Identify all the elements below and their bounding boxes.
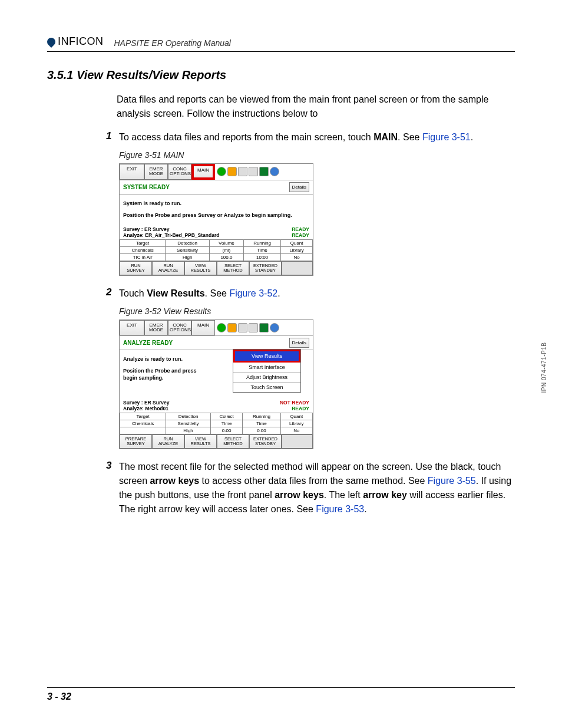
table-row: TIC in Air High 100.0 10:00 No xyxy=(120,253,313,261)
panel2-topbar: EXIT EMER MODE CONC OPTIONS MAIN xyxy=(120,320,313,336)
logo-mark-icon xyxy=(45,36,57,48)
step-1-text: To access data files and reports from th… xyxy=(119,130,473,144)
panel1-bottom-buttons: RUN SURVEY RUN ANALYZE VIEW RESULTS SELE… xyxy=(120,261,313,275)
exit-button[interactable]: EXIT xyxy=(120,320,144,336)
button-spacer xyxy=(282,261,313,275)
step-1: 1 To access data files and reports from … xyxy=(106,130,515,144)
dropdown-touch-screen[interactable]: Touch Screen xyxy=(233,383,300,392)
side-ipn-label: IPN 074-471-P1B xyxy=(541,342,548,393)
alert-icon xyxy=(259,323,269,332)
run-analyze-button[interactable]: RUN ANALYZE xyxy=(152,261,184,275)
panel2-status-row: ANALYZE READY Details xyxy=(120,335,313,350)
panel1-grid: Target Detection Volume Running Quant Ch… xyxy=(120,239,313,261)
run-analyze-button[interactable]: RUN ANALYZE xyxy=(152,434,184,449)
section-number: 3.5.1 xyxy=(47,68,73,81)
view-results-button[interactable]: VIEW RESULTS xyxy=(184,434,217,449)
brand-logo: INFICON xyxy=(47,35,104,48)
figure-3-51-panel: EXIT EMER MODE CONC OPTIONS MAIN SYSTEM … xyxy=(119,163,313,276)
extended-standby-button[interactable]: EXTENDED STANDBY xyxy=(249,261,282,275)
panel1-topbar: EXIT EMER MODE CONC OPTIONS MAIN xyxy=(120,164,313,180)
section-heading: 3.5.1 View Results/View Reports xyxy=(47,68,515,82)
panel1-survey-block: Survey : ER SurveyREADY Analyze: ER_Air_… xyxy=(120,226,313,239)
panel1-msg2: Position the Probe and press Survey or A… xyxy=(123,212,309,218)
figure-3-51-caption: Figure 3-51 MAIN xyxy=(119,150,515,160)
link-figure-3-53[interactable]: Figure 3-53 xyxy=(316,504,364,514)
extended-standby-button[interactable]: EXTENDED STANDBY xyxy=(249,434,282,449)
link-figure-3-51[interactable]: Figure 3-51 xyxy=(422,132,471,142)
globe-icon xyxy=(270,323,279,332)
emer-mode-button[interactable]: EMER MODE xyxy=(144,320,168,336)
info-icon[interactable] xyxy=(227,167,237,176)
table-row: Chemicals Sensitivity Time Time Library xyxy=(120,420,313,427)
help-icon[interactable] xyxy=(217,167,226,176)
panel2-grid: Target Detection Collect Running Quant C… xyxy=(120,413,313,434)
section-title: View Results/View Reports xyxy=(77,68,226,81)
analyze-ready-label: ANALYZE READY xyxy=(123,340,173,346)
panel1-msg1: System is ready to run. xyxy=(123,200,309,206)
details-button[interactable]: Details xyxy=(289,182,309,192)
prepare-survey-button[interactable]: PREPARE SURVEY xyxy=(120,434,152,449)
status-icon xyxy=(249,323,258,332)
step-number: 2 xyxy=(106,286,119,301)
panel2-survey-block: Survey : ER SurveyNOT READY Analyze: Met… xyxy=(120,400,313,413)
panel1-body: System is ready to run. Position the Pro… xyxy=(120,195,313,226)
table-row: Chemicals Sensitivity (ml) Time Library xyxy=(120,246,313,253)
exit-button[interactable]: EXIT xyxy=(120,164,144,180)
details-button[interactable]: Details xyxy=(289,338,309,348)
button-spacer xyxy=(282,434,313,449)
page-header: INFICON HAPSITE ER Operating Manual xyxy=(47,35,515,52)
step-3-text: The most recent file for the selected me… xyxy=(119,460,515,516)
panel2-bottom-buttons: PREPARE SURVEY RUN ANALYZE VIEW RESULTS … xyxy=(120,434,313,449)
step-number: 3 xyxy=(106,460,119,516)
run-survey-button[interactable]: RUN SURVEY xyxy=(120,261,152,275)
step-2: 2 Touch View Results. See Figure 3-52. xyxy=(106,286,515,301)
brand-name: INFICON xyxy=(58,35,104,48)
table-row: Target Detection Volume Running Quant xyxy=(120,239,313,246)
select-method-button[interactable]: SELECT METHOD xyxy=(217,434,249,449)
page-footer: 3 - 32 xyxy=(47,687,515,702)
panel1-status-row: SYSTEM READY Details xyxy=(120,180,313,195)
link-figure-3-55[interactable]: Figure 3-55 xyxy=(428,476,476,486)
main-button[interactable]: MAIN xyxy=(191,320,215,336)
topbar-icons xyxy=(215,320,313,336)
help-icon[interactable] xyxy=(217,323,226,332)
dropdown-view-results[interactable]: View Results xyxy=(233,350,300,363)
battery-icon xyxy=(238,167,247,176)
table-row: Target Detection Collect Running Quant xyxy=(120,413,313,420)
main-dropdown: View Results Smart Interface Adjust Brig… xyxy=(233,349,301,393)
figure-3-52-panel: EXIT EMER MODE CONC OPTIONS MAIN ANALYZE… xyxy=(119,319,313,450)
topbar-icons xyxy=(215,164,313,180)
view-results-button[interactable]: VIEW RESULTS xyxy=(184,261,217,275)
link-figure-3-52[interactable]: Figure 3-52 xyxy=(229,288,277,298)
step-2-text: Touch View Results. See Figure 3-52. xyxy=(119,286,280,301)
info-icon[interactable] xyxy=(227,323,237,332)
conc-options-button[interactable]: CONC OPTIONS xyxy=(168,164,191,180)
step-3: 3 The most recent file for the selected … xyxy=(106,460,515,516)
panel2-body: View Results Smart Interface Adjust Brig… xyxy=(120,350,313,400)
figure-3-52-caption: Figure 3-52 View Results xyxy=(119,307,515,316)
globe-icon xyxy=(270,167,279,176)
step-number: 1 xyxy=(106,130,119,144)
page-number: 3 - 32 xyxy=(47,691,71,701)
select-method-button[interactable]: SELECT METHOD xyxy=(217,261,249,275)
emer-mode-button[interactable]: EMER MODE xyxy=(144,164,168,180)
table-row: High 0:00 0:00 No xyxy=(120,427,313,434)
intro-paragraph: Data files and reports can be viewed fro… xyxy=(117,93,515,121)
manual-title: HAPSITE ER Operating Manual xyxy=(114,38,231,48)
main-button[interactable]: MAIN xyxy=(191,164,215,180)
system-ready-label: SYSTEM READY xyxy=(123,184,170,190)
battery-icon xyxy=(238,323,247,332)
conc-options-button[interactable]: CONC OPTIONS xyxy=(168,320,191,336)
dropdown-smart-interface[interactable]: Smart Interface xyxy=(233,363,300,373)
status-icon xyxy=(249,167,258,176)
alert-icon xyxy=(259,167,269,176)
dropdown-adjust-brightness[interactable]: Adjust Brightness xyxy=(233,373,300,383)
